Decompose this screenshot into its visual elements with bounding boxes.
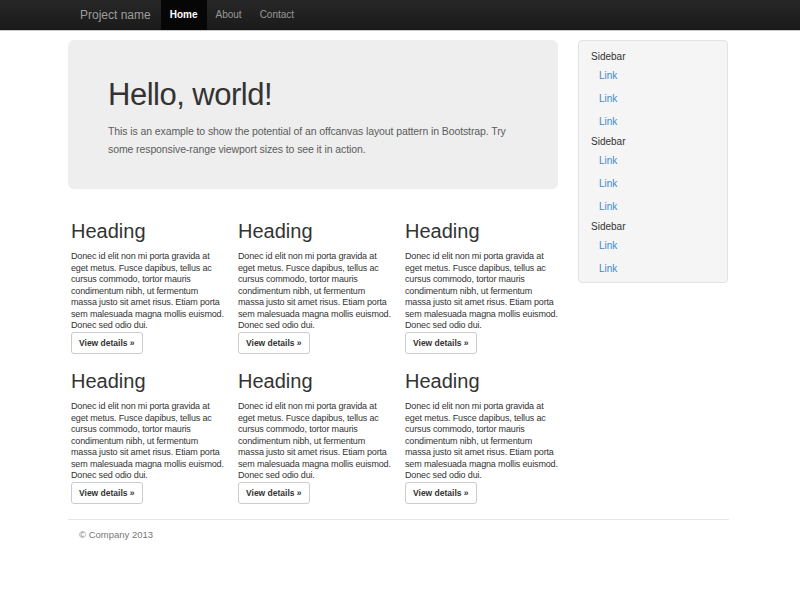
content-card: Heading Donec id elit non mi porta gravi… bbox=[405, 371, 572, 516]
sidebar-link[interactable]: Link bbox=[579, 87, 727, 110]
page-title: Hello, world! bbox=[108, 78, 518, 112]
sidebar-link[interactable]: Link bbox=[579, 257, 727, 280]
nav-item-home[interactable]: Home bbox=[161, 0, 207, 30]
sidebar-link[interactable]: Link bbox=[579, 195, 727, 218]
view-details-button[interactable]: View details » bbox=[238, 332, 310, 354]
card-body-text: Donec id elit non mi porta gravida at eg… bbox=[71, 401, 226, 482]
content-card: Heading Donec id elit non mi porta gravi… bbox=[238, 371, 405, 516]
card-body-text: Donec id elit non mi porta gravida at eg… bbox=[71, 251, 226, 332]
content-card: Heading Donec id elit non mi porta gravi… bbox=[405, 221, 572, 366]
sidebar-link[interactable]: Link bbox=[579, 149, 727, 172]
view-details-button[interactable]: View details » bbox=[405, 482, 477, 504]
sidebar-link[interactable]: Link bbox=[579, 172, 727, 195]
sidebar-section-title: Sidebar bbox=[579, 218, 727, 234]
nav-item-contact[interactable]: Contact bbox=[251, 0, 303, 30]
footer-copyright: © Company 2013 bbox=[79, 529, 153, 540]
card-heading: Heading bbox=[405, 221, 560, 242]
jumbotron: Hello, world! This is an example to show… bbox=[68, 40, 558, 189]
content-row-1: Heading Donec id elit non mi porta gravi… bbox=[71, 221, 581, 366]
card-heading: Heading bbox=[71, 371, 226, 392]
jumbotron-description: This is an example to show the potential… bbox=[108, 122, 508, 158]
sidebar-link[interactable]: Link bbox=[579, 64, 727, 87]
content-card: Heading Donec id elit non mi porta gravi… bbox=[71, 221, 238, 366]
card-body-text: Donec id elit non mi porta gravida at eg… bbox=[405, 251, 560, 332]
card-heading: Heading bbox=[405, 371, 560, 392]
view-details-button[interactable]: View details » bbox=[71, 332, 143, 354]
nav-item-about[interactable]: About bbox=[207, 0, 251, 30]
card-heading: Heading bbox=[71, 221, 226, 242]
card-heading: Heading bbox=[238, 371, 393, 392]
sidebar-section-title: Sidebar bbox=[579, 133, 727, 149]
sidebar-section-title: Sidebar bbox=[579, 48, 727, 64]
content-card: Heading Donec id elit non mi porta gravi… bbox=[238, 221, 405, 366]
view-details-button[interactable]: View details » bbox=[238, 482, 310, 504]
card-heading: Heading bbox=[238, 221, 393, 242]
sidebar-link[interactable]: Link bbox=[579, 234, 727, 257]
sidebar-link[interactable]: Link bbox=[579, 110, 727, 133]
card-body-text: Donec id elit non mi porta gravida at eg… bbox=[405, 401, 560, 482]
content-card: Heading Donec id elit non mi porta gravi… bbox=[71, 371, 238, 516]
view-details-button[interactable]: View details » bbox=[405, 332, 477, 354]
content-row-2: Heading Donec id elit non mi porta gravi… bbox=[71, 371, 581, 516]
sidebar: Sidebar Link Link Link Sidebar Link Link… bbox=[578, 40, 728, 283]
card-body-text: Donec id elit non mi porta gravida at eg… bbox=[238, 251, 393, 332]
navbar-brand[interactable]: Project name bbox=[80, 0, 151, 30]
footer-divider bbox=[68, 519, 729, 520]
top-navbar: Project name Home About Contact bbox=[0, 0, 800, 31]
card-body-text: Donec id elit non mi porta gravida at eg… bbox=[238, 401, 393, 482]
view-details-button[interactable]: View details » bbox=[71, 482, 143, 504]
